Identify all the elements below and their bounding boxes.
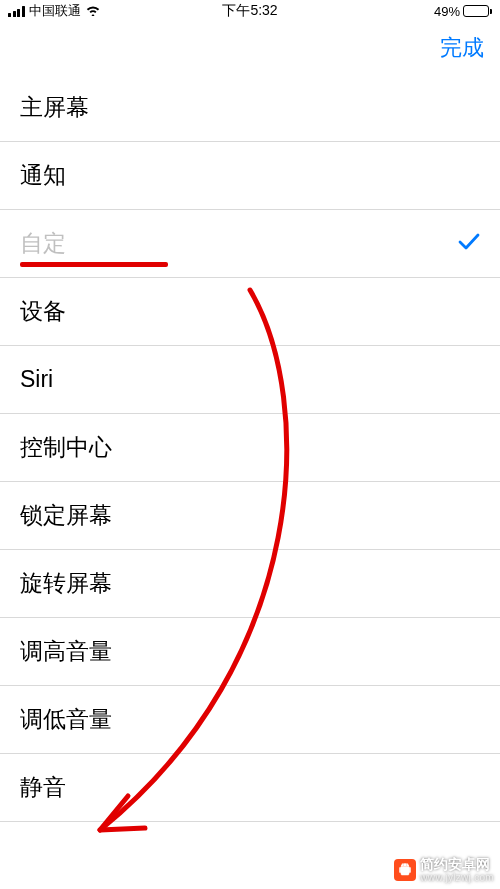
list-item[interactable]: 静音 [0, 754, 500, 822]
list-item[interactable]: 旋转屏幕 [0, 550, 500, 618]
watermark: 简约安卓网 www.jylzwj.com [394, 857, 494, 883]
list-item-label: 自定 [20, 228, 66, 259]
svg-point-0 [403, 864, 404, 865]
watermark-title: 简约安卓网 [420, 857, 494, 872]
carrier-label: 中国联通 [29, 2, 81, 20]
settings-list: 主屏幕通知自定设备Siri控制中心锁定屏幕旋转屏幕调高音量调低音量静音 [0, 74, 500, 822]
list-item[interactable]: 调低音量 [0, 686, 500, 754]
list-item-label: 控制中心 [20, 432, 112, 463]
cellular-signal-icon [8, 6, 25, 17]
battery-percent: 49% [434, 4, 460, 19]
battery-icon [463, 5, 492, 17]
list-item[interactable]: 设备 [0, 278, 500, 346]
watermark-url: www.jylzwj.com [420, 872, 494, 883]
list-item-label: 调高音量 [20, 636, 112, 667]
status-bar: 中国联通 下午5:32 49% [0, 0, 500, 22]
android-logo-icon [394, 859, 416, 881]
list-item-label: 锁定屏幕 [20, 500, 112, 531]
status-right-group: 49% [434, 4, 492, 19]
nav-bar: 完成 [0, 22, 500, 74]
list-item[interactable]: Siri [0, 346, 500, 414]
wifi-icon [85, 4, 101, 19]
watermark-text: 简约安卓网 www.jylzwj.com [420, 857, 494, 883]
list-item[interactable]: 锁定屏幕 [0, 482, 500, 550]
svg-point-1 [407, 864, 408, 865]
list-item[interactable]: 通知 [0, 142, 500, 210]
checkmark-icon [458, 230, 480, 257]
list-item-label: Siri [20, 366, 53, 393]
list-item-label: 调低音量 [20, 704, 112, 735]
list-item[interactable]: 自定 [0, 210, 500, 278]
list-item-label: 设备 [20, 296, 66, 327]
clock-time: 下午5:32 [222, 2, 277, 20]
status-left-group: 中国联通 [8, 2, 101, 20]
list-item-label: 旋转屏幕 [20, 568, 112, 599]
list-item-label: 静音 [20, 772, 66, 803]
annotation-underline [20, 262, 168, 267]
list-item[interactable]: 调高音量 [0, 618, 500, 686]
list-item[interactable]: 控制中心 [0, 414, 500, 482]
list-item-label: 通知 [20, 160, 66, 191]
list-item[interactable]: 主屏幕 [0, 74, 500, 142]
done-button[interactable]: 完成 [440, 33, 484, 63]
list-item-label: 主屏幕 [20, 92, 89, 123]
